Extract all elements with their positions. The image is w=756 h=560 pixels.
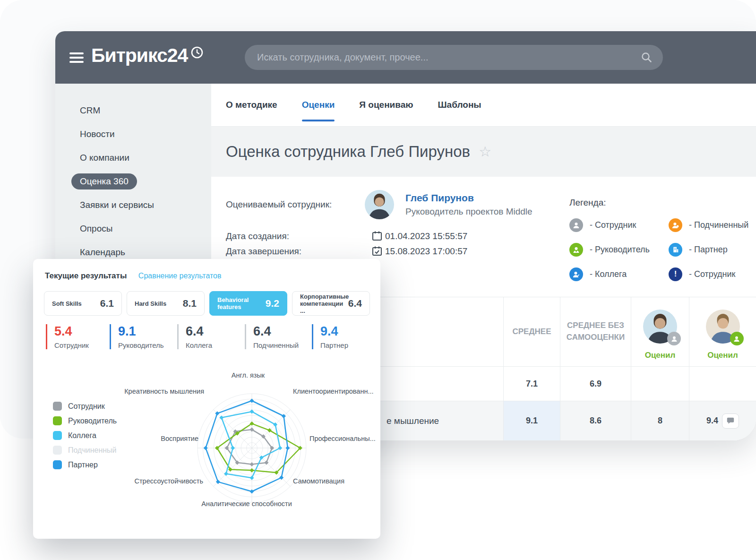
radar-chart	[183, 379, 320, 517]
tab-templates[interactable]: Шаблоны	[438, 84, 481, 126]
employee-badge-icon	[667, 332, 681, 345]
table-cell-avg: 7.1	[503, 367, 560, 401]
sidebar-item-surveys[interactable]: Опросы	[80, 217, 211, 241]
section-tabs: О методике Оценки Я оцениваю Шаблоны	[211, 84, 756, 127]
table-cell-eval1	[631, 367, 689, 401]
tab-methodology[interactable]: О методике	[226, 84, 277, 126]
radar-legend-subordinate[interactable]: Подчиненный	[53, 446, 117, 455]
search-input[interactable]	[245, 45, 663, 70]
axis-label: Стрессоустойчивость	[135, 477, 204, 485]
sidebar-item-news[interactable]: Новости	[80, 122, 211, 146]
legend: Легенда: - Сотрудник - Подчи	[569, 198, 756, 286]
axis-label: Клиентоориентированн...	[293, 388, 374, 395]
score-employee: 5.4Сотрудник	[46, 324, 89, 349]
radar-legend-manager[interactable]: Руководитель	[53, 416, 117, 425]
table-cell-eval1: 8	[631, 401, 689, 440]
radar-legend-partner[interactable]: Партнер	[53, 460, 117, 469]
menu-icon[interactable]	[69, 52, 84, 63]
axis-label: Самомотивация	[293, 477, 344, 485]
exclamation-icon: !	[669, 267, 682, 281]
table-header-avg: СРЕДНЕЕ	[503, 297, 560, 367]
person-icon	[569, 267, 583, 281]
table-header-evaluator-1[interactable]: Оценил	[631, 297, 689, 367]
series-swatch	[53, 402, 62, 411]
series-swatch	[53, 446, 62, 455]
finished-date: 15.08.2023 17:00:57	[385, 246, 467, 257]
manager-badge-icon	[730, 332, 744, 345]
score-manager: 9.1Руководитель	[110, 324, 164, 349]
table-cell-avg-no-self: 6.9	[560, 367, 631, 401]
sidebar-item-company[interactable]: О компании	[80, 146, 211, 170]
person-icon	[569, 243, 583, 257]
score-colleague: 6.4Коллега	[177, 324, 212, 349]
calendar-check-icon	[372, 246, 382, 256]
score-summary: 5.4Сотрудник 9.1Руководитель 6.4Коллега …	[33, 324, 380, 362]
active-item-pill: Оценка 360	[71, 173, 137, 190]
table-header-evaluator-2[interactable]: Оценил	[689, 297, 756, 367]
comment-bubble-icon	[726, 417, 735, 425]
table-cell-eval2	[689, 367, 756, 401]
employee-label: Оцениваемый сотрудник:	[226, 199, 332, 210]
calendar-icon	[372, 231, 382, 241]
tab-evaluations[interactable]: Оценки	[302, 84, 335, 126]
skill-cards: Soft Skills 6.1 Hard Skills 8.1 Behavior…	[44, 291, 370, 316]
skill-card-hard-skills[interactable]: Hard Skills 8.1	[127, 291, 205, 316]
series-swatch	[53, 416, 62, 425]
table-header-avg-no-self: СРЕДНЕЕ БЕЗ САМООЦЕНКИ	[560, 297, 631, 367]
radar-legend-employee[interactable]: Сотрудник	[53, 402, 117, 411]
legend-item-subordinate: - Подчиненный	[669, 213, 756, 237]
radar-legend: Сотрудник Руководитель Коллега Подчиненн…	[53, 402, 117, 469]
sidebar-item-requests[interactable]: Заявки и сервисы	[80, 193, 211, 217]
score-partner: 9.4Партнер	[312, 324, 348, 349]
clock-icon	[191, 46, 203, 59]
app-logo[interactable]: Битрикс24	[91, 44, 203, 67]
skill-card-corporate[interactable]: Корпоративные компетаенции ... 6.4	[292, 291, 370, 316]
legend-item-manager: - Руководитель	[569, 237, 669, 262]
series-swatch	[53, 460, 62, 469]
axis-label: Креативность мышления	[124, 388, 204, 395]
score-subordinate: 6.4Подчиненный	[245, 324, 299, 349]
person-icon	[669, 218, 682, 232]
employee-role: Руководитель проектов Middle	[405, 207, 533, 217]
series-swatch	[53, 431, 62, 440]
employee-avatar[interactable]	[365, 190, 394, 219]
page-title-band: Оценка сотрудника Глеб Пирунов ☆	[211, 127, 756, 177]
search-icon[interactable]	[641, 52, 653, 63]
axis-label: Аналитические способности	[201, 500, 292, 508]
results-card: Текущие результаты Сравнение результатов…	[33, 259, 380, 539]
axis-label: Профессиональны...	[309, 435, 376, 442]
created-label: Дата создания:	[226, 231, 289, 241]
tab-compare-results[interactable]: Сравнение результатов	[138, 272, 222, 280]
evaluated-status: Оценил	[707, 350, 738, 362]
legend-item-partner: - Партнер	[669, 237, 756, 262]
axis-label: Восприятие	[161, 435, 198, 442]
axis-label: Англ. язык	[232, 371, 265, 379]
sidebar-item-crm[interactable]: CRM	[80, 99, 211, 122]
table-cell-avg-highlighted: 9.1	[503, 401, 560, 440]
finished-label: Дата завершения:	[226, 246, 301, 257]
page-title: Оценка сотрудника Глеб Пирунов	[226, 143, 470, 161]
comment-button[interactable]	[722, 414, 739, 429]
global-search	[245, 45, 663, 70]
evaluated-status: Оценил	[645, 350, 676, 362]
employee-name-link[interactable]: Глеб Пирунов	[405, 192, 474, 204]
legend-item-employee: - Сотрудник	[569, 213, 669, 237]
person-icon	[569, 218, 583, 232]
skill-card-behavioral[interactable]: Behavioral features 9.2	[209, 291, 287, 316]
radar-chart-section: Сотрудник Руководитель Коллега Подчиненн…	[33, 368, 380, 539]
radar-legend-colleague[interactable]: Коллега	[53, 431, 117, 440]
app-logo-text: Битрикс24	[91, 44, 188, 67]
table-cell-eval2: 9.4	[689, 401, 756, 440]
tab-i-evaluate[interactable]: Я оцениваю	[359, 84, 413, 126]
legend-item-employee-alert: ! - Сотрудник	[669, 262, 756, 286]
card-tabs: Текущие результаты Сравнение результатов	[33, 259, 380, 281]
app-header: Битрикс24	[55, 31, 756, 84]
building-icon	[669, 243, 682, 257]
created-date: 01.04.2023 15:55:57	[385, 231, 467, 241]
sidebar-item-otsenka360[interactable]: Оценка 360	[80, 170, 211, 193]
favorite-star-icon[interactable]: ☆	[479, 145, 491, 159]
tab-current-results[interactable]: Текущие результаты	[45, 271, 127, 280]
legend-item-colleague: - Коллега	[569, 262, 669, 286]
skill-card-soft-skills[interactable]: Soft Skills 6.1	[44, 291, 122, 316]
legend-title: Легенда:	[569, 198, 756, 208]
